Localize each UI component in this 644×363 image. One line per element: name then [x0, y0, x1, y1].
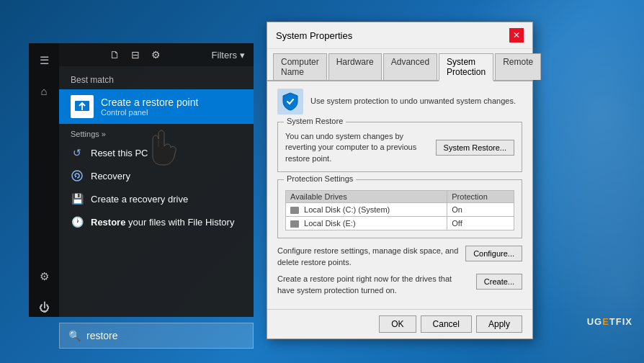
- col-protection: Protection: [447, 191, 514, 203]
- apply-button[interactable]: Apply: [476, 315, 522, 333]
- menu-item-create-recovery[interactable]: 💾 Create a recovery drive: [59, 187, 254, 210]
- recovery-icon: [71, 169, 84, 182]
- history-icon: 🕐: [71, 215, 84, 228]
- drive-icon: 💾: [71, 192, 84, 205]
- menu-item-recovery[interactable]: Recovery: [59, 164, 254, 187]
- menu-item-reset[interactable]: ↺ Reset this PC: [59, 141, 254, 164]
- best-match-subtitle: Control panel: [101, 108, 198, 117]
- home-icon[interactable]: ⌂: [34, 81, 54, 101]
- protection-settings-title: Protection Settings: [284, 174, 356, 183]
- chevron-down-icon: ▾: [240, 50, 245, 60]
- shield-icon-large: [277, 89, 303, 115]
- drive-e-cell: Local Disk (E:): [286, 217, 447, 230]
- protection-settings-group: Protection Settings Available Drives Pro…: [277, 179, 522, 238]
- start-sidebar: ☰ ⌂ ⚙ ⏻: [29, 43, 59, 317]
- best-match-label: Best match: [59, 72, 254, 89]
- table-row[interactable]: Local Disk (E:) Off: [286, 217, 514, 230]
- system-restore-button[interactable]: System Restore...: [436, 140, 514, 156]
- settings-label: Settings »: [59, 128, 254, 141]
- dialog-tabs: Computer Name Hardware Advanced System P…: [267, 49, 532, 81]
- system-restore-group-title: System Restore: [284, 117, 346, 125]
- settings-icon[interactable]: ⚙: [34, 266, 54, 287]
- dialog-title: System Properties: [276, 30, 352, 41]
- restore-row: You can undo system changes by reverting…: [285, 131, 514, 164]
- restore-point-icon: [71, 95, 94, 118]
- watermark-prefix: UG: [587, 316, 603, 327]
- restore-description: You can undo system changes by reverting…: [285, 131, 430, 164]
- drive-e-label: Local Disk (E:): [304, 219, 356, 228]
- filters-label: Filters: [212, 50, 237, 60]
- drive-e-icon: [290, 220, 299, 228]
- create-row: Create a restore point right now for the…: [277, 274, 522, 296]
- dialog-header-section: Use system protection to undo unwanted s…: [277, 89, 522, 115]
- settings-small-icon[interactable]: ⚙: [151, 49, 161, 60]
- power-icon[interactable]: ⏻: [34, 297, 54, 317]
- search-bar[interactable]: 🔍: [59, 323, 254, 349]
- start-panel-header: 🗋 ⊟ ⚙ Filters ▾: [59, 43, 254, 66]
- menu-item-create-recovery-label: Create a recovery drive: [91, 194, 188, 205]
- best-match-item[interactable]: Create a restore point Control panel: [59, 89, 254, 124]
- search-icon: 🔍: [68, 330, 81, 341]
- dialog-close-button[interactable]: ✕: [509, 28, 524, 42]
- best-match-text: Create a restore point Control panel: [101, 97, 198, 117]
- drive-c-label: Local Disk (C:) (System): [304, 205, 390, 214]
- protection-table: Available Drives Protection Local Disk (…: [285, 190, 514, 230]
- watermark-accent: E: [602, 316, 609, 327]
- menu-item-reset-label: Reset this PC: [91, 148, 148, 158]
- configure-button[interactable]: Configure...: [465, 246, 522, 261]
- protection-c-cell: On: [447, 203, 514, 217]
- filters-button[interactable]: Filters ▾: [212, 50, 245, 60]
- col-drives: Available Drives: [286, 191, 447, 203]
- file-icon[interactable]: 🗋: [109, 49, 120, 60]
- tab-remote[interactable]: Remote: [495, 53, 541, 80]
- system-properties-dialog: System Properties ✕ Computer Name Hardwa…: [267, 22, 533, 339]
- configure-text: Configure restore settings, manage disk …: [277, 246, 460, 268]
- desktop: ☰ ⌂ ⚙ ⏻ 🗋 ⊟ ⚙ Filters ▾ Best match: [0, 0, 644, 363]
- watermark-suffix: TFIX: [609, 316, 632, 327]
- tab-hardware[interactable]: Hardware: [328, 53, 382, 80]
- tab-system-protection[interactable]: System Protection: [439, 53, 493, 81]
- create-button[interactable]: Create...: [476, 274, 522, 290]
- best-match-title: Create a restore point: [101, 97, 198, 108]
- protection-settings-content: Available Drives Protection Local Disk (…: [285, 190, 514, 230]
- ok-button[interactable]: OK: [379, 315, 416, 333]
- document-icon[interactable]: ⊟: [131, 49, 140, 60]
- dialog-body: Use system protection to undo unwanted s…: [267, 81, 532, 309]
- system-restore-content: You can undo system changes by reverting…: [285, 131, 514, 164]
- settings-section: Settings » ↺ Reset this PC Recovery 💾 Cr…: [59, 124, 254, 238]
- reset-icon: ↺: [71, 146, 84, 159]
- create-text: Create a restore point right now for the…: [277, 274, 470, 296]
- protection-e-cell: Off: [447, 217, 514, 230]
- start-panel-content: Best match Create a restore point Contro…: [59, 66, 254, 317]
- menu-item-restore-files[interactable]: 🕐 Restore your files with File History: [59, 210, 254, 233]
- dialog-footer: OK Cancel Apply: [267, 309, 532, 339]
- watermark: UGETFIX: [587, 316, 632, 327]
- hamburger-icon[interactable]: ☰: [34, 50, 54, 71]
- configure-row: Configure restore settings, manage disk …: [277, 246, 522, 268]
- system-restore-group: System Restore You can undo system chang…: [277, 122, 522, 172]
- table-row[interactable]: Local Disk (C:) (System) On: [286, 203, 514, 217]
- start-panel: 🗋 ⊟ ⚙ Filters ▾ Best match: [59, 43, 254, 317]
- panel-header-icons: 🗋 ⊟ ⚙: [109, 49, 161, 60]
- cancel-button[interactable]: Cancel: [421, 315, 472, 333]
- menu-item-recovery-label: Recovery: [91, 171, 130, 182]
- drive-c-icon: [290, 207, 299, 214]
- tab-advanced[interactable]: Advanced: [383, 53, 437, 80]
- search-input[interactable]: [86, 330, 244, 341]
- dialog-titlebar: System Properties ✕: [267, 22, 532, 49]
- drive-c-cell: Local Disk (C:) (System): [286, 203, 447, 217]
- tab-computer-name[interactable]: Computer Name: [273, 53, 327, 80]
- menu-item-restore-files-label: Restore your files with File History: [91, 217, 234, 228]
- dialog-header-description: Use system protection to undo unwanted s…: [310, 96, 516, 107]
